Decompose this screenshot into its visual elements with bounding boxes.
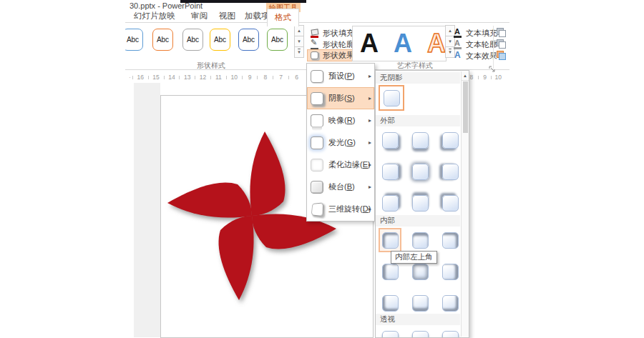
- shadow-option-inside-bottom-left[interactable]: [379, 291, 401, 315]
- fill-bucket-icon: [310, 29, 320, 38]
- shadow-option-offset-right[interactable]: [379, 159, 401, 184]
- submenu-arrow-icon: ▸: [369, 139, 371, 146]
- horizontal-ruler-right: 8910: [465, 73, 504, 81]
- ruler-number: 7: [273, 74, 288, 81]
- shadow-option-perspective-3[interactable]: [439, 327, 462, 338]
- shadow-option-perspective-1[interactable]: [379, 327, 401, 338]
- shadow-icon: [311, 92, 323, 105]
- shape-style-preset[interactable]: Abc: [152, 29, 173, 51]
- shadow-option-inside-bottom[interactable]: [409, 291, 431, 315]
- bevel-icon: [311, 181, 323, 194]
- wordart-sample-1[interactable]: A: [360, 28, 379, 59]
- outline-pen-icon: [310, 40, 320, 49]
- menu-item-soft-edges-label: 柔化边缘(E): [328, 159, 371, 170]
- shape-effects-button-label: 形状效果: [323, 50, 354, 61]
- menu-item-shadow[interactable]: 阴影(S)▸: [307, 87, 374, 109]
- wordart-sample-3[interactable]: A: [427, 28, 446, 59]
- shadow-option-inside-top-right[interactable]: [439, 228, 462, 252]
- arrange-group-partial: [497, 28, 512, 62]
- tooltip: 内部左上角: [391, 251, 437, 264]
- submenu-arrow-icon: ▸: [369, 117, 371, 124]
- shadow-option-offset-top-right[interactable]: [379, 191, 401, 215]
- menu-item-preset[interactable]: 预设(P)▸: [307, 65, 374, 87]
- shadow-option-inside-right[interactable]: [439, 259, 462, 284]
- window-title: 30.pptx - PowerPoint: [130, 1, 203, 10]
- vertical-ruler: [134, 83, 160, 337]
- gallery-scrollbar[interactable]: ▲: [461, 71, 469, 337]
- shadow-option-offset-center[interactable]: [409, 159, 431, 184]
- shape-styles-gallery-scrollbar: ▴ ▾ ▾: [294, 26, 304, 58]
- dialog-launcher-icon[interactable]: [489, 63, 496, 70]
- shadow-option-offset-bottom[interactable]: [409, 128, 431, 152]
- ruler-number: 12: [195, 74, 210, 81]
- wordart-sample-2[interactable]: A: [394, 28, 412, 59]
- ruler-number: 10: [492, 74, 504, 81]
- shadow-gallery-panel: 无阴影外部内部透视内部左上角 ▲: [375, 70, 469, 338]
- shadow-option-offset-top-left[interactable]: [439, 191, 462, 215]
- shape-effects-icon: [310, 51, 320, 60]
- ruler-number: 11: [211, 74, 226, 81]
- shadow-option-inside-top-left[interactable]: [379, 228, 401, 252]
- menu-item-bevel[interactable]: 棱台(B)▸: [307, 176, 374, 198]
- ruler-number: 9: [479, 74, 492, 81]
- shape-style-preset[interactable]: Abc: [238, 29, 259, 51]
- shadow-option-offset-bottom-right[interactable]: [379, 128, 401, 152]
- shadow-section-inner-header: 内部: [376, 215, 460, 227]
- menu-item-bevel-label: 棱台(B): [328, 182, 355, 192]
- menu-item-shadow-label: 阴影(S): [328, 93, 355, 104]
- tab-5[interactable]: 格式: [267, 9, 299, 26]
- bring-forward-icon[interactable]: [497, 28, 506, 37]
- menu-item-glow-label: 发光(G): [328, 137, 356, 148]
- menu-item-soft-edges[interactable]: 柔化边缘(E)▸: [307, 154, 374, 176]
- scrollbar-thumb[interactable]: [463, 81, 468, 133]
- ruler-number: 14: [165, 74, 180, 81]
- scrollbar-up-arrow-icon[interactable]: ▲: [462, 71, 469, 81]
- submenu-arrow-icon: ▸: [369, 73, 371, 79]
- tab-4[interactable]: 加载项: [245, 11, 270, 21]
- shadow-option-offset-left[interactable]: [439, 159, 462, 184]
- ruler-number: 8: [258, 74, 273, 81]
- shape-styles-gallery: AbcAbcAbcAbcAbcAbc: [125, 26, 293, 59]
- shape-styles-group-label: 形状样式: [125, 61, 297, 71]
- menu-item-reflection[interactable]: 映像(R)▸: [307, 109, 374, 131]
- shape-style-preset[interactable]: Abc: [267, 29, 288, 51]
- menu-item-3d-rotation[interactable]: 三维旋转(D)▸: [307, 198, 374, 220]
- ruler-number: 10: [227, 74, 242, 81]
- ruler-number: 13: [180, 74, 195, 81]
- shadow-option-inside-bottom-right[interactable]: [439, 291, 462, 315]
- menu-item-3d-rotation-label: 三维旋转(D): [328, 204, 371, 214]
- soft-edges-icon: [311, 159, 323, 172]
- ruler-number: 16: [133, 74, 148, 81]
- tab-3[interactable]: 视图: [219, 11, 235, 21]
- tab-2[interactable]: 审阅: [191, 11, 208, 21]
- shadow-option-offset-top[interactable]: [409, 191, 431, 215]
- shape-style-preset[interactable]: Abc: [182, 29, 203, 51]
- submenu-arrow-icon: ▸: [369, 206, 371, 212]
- send-backward-icon[interactable]: [497, 39, 506, 49]
- shadow-section-perspective-header: 透视: [376, 314, 460, 325]
- gallery-scroll-down-button[interactable]: ▾: [294, 36, 304, 47]
- shape-fill-button-label: 形状填充: [323, 28, 354, 39]
- ruler-number: 6: [289, 74, 304, 81]
- text-outline-icon: [453, 40, 463, 49]
- shape-style-preset[interactable]: Abc: [210, 29, 230, 51]
- horizontal-ruler-left: ·161514131211109876: [127, 73, 304, 81]
- wordart-group-label: 艺术字样式: [372, 61, 458, 71]
- gallery-more-button[interactable]: ▾: [294, 46, 304, 58]
- text-effects-icon: [453, 51, 463, 61]
- submenu-arrow-icon: ▸: [369, 161, 371, 168]
- shape-outline-button-label: 形状轮廓: [323, 39, 354, 50]
- shadow-option-perspective-2[interactable]: [409, 327, 431, 338]
- submenu-arrow-icon: ▸: [369, 184, 371, 190]
- tab-1[interactable]: 幻灯片放映: [134, 11, 175, 21]
- shape-effects-menu: 预设(P)▸阴影(S)▸映像(R)▸发光(G)▸柔化边缘(E)▸棱台(B)▸三维…: [306, 63, 375, 222]
- shape-style-preset[interactable]: Abc: [125, 29, 143, 51]
- shadow-option-inside-top[interactable]: [409, 228, 431, 252]
- reflection-icon: [311, 114, 323, 127]
- shadow-option-no-shadow[interactable]: [379, 85, 404, 111]
- menu-item-glow[interactable]: 发光(G)▸: [307, 131, 374, 154]
- gallery-scroll-up-button[interactable]: ▴: [294, 25, 304, 36]
- group-separator: [493, 26, 494, 69]
- shadow-option-offset-bottom-left[interactable]: [439, 128, 462, 152]
- selection-pane-icon[interactable]: [497, 51, 506, 60]
